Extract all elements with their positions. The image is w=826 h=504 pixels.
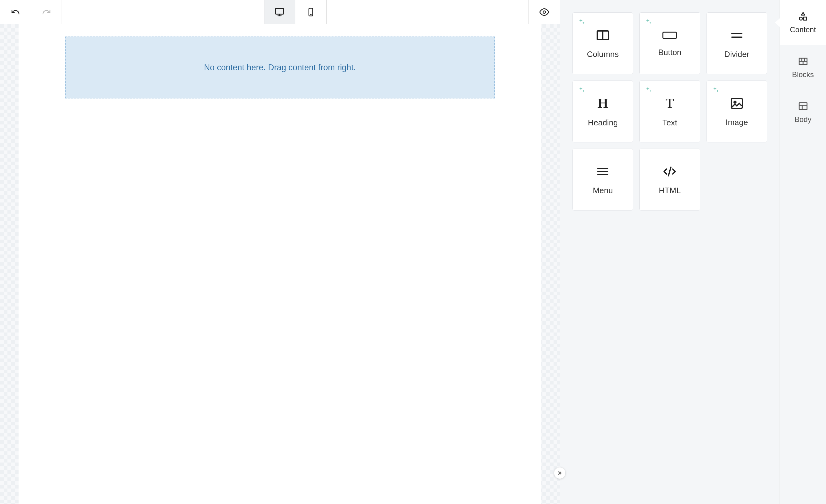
block-label: Heading [588, 118, 618, 128]
redo-icon [42, 7, 51, 17]
block-label: HTML [659, 186, 681, 195]
svg-rect-8 [663, 32, 676, 39]
desktop-icon [275, 7, 285, 17]
main-area: No content here. Drag content from right… [0, 0, 560, 504]
canvas-page: No content here. Drag content from right… [18, 24, 541, 504]
image-icon [729, 96, 744, 111]
app-root: No content here. Drag content from right… [0, 0, 826, 504]
block-html[interactable]: HTML [639, 148, 700, 210]
history-group [0, 0, 62, 24]
blocks-panel: Columns Button Divider H Heading [560, 0, 779, 504]
block-image[interactable]: Image [707, 80, 767, 142]
sparkle-icon [578, 86, 585, 93]
block-text[interactable]: T Text [639, 80, 700, 142]
block-heading[interactable]: H Heading [573, 80, 633, 142]
chevron-double-right-icon [557, 470, 563, 476]
sparkle-icon [578, 18, 585, 25]
undo-icon [11, 7, 20, 17]
tab-body[interactable]: Body [780, 90, 826, 135]
toolbar-spacer-left [62, 0, 264, 24]
sparkle-icon [645, 86, 652, 93]
block-label: Button [658, 48, 682, 57]
toolbar-spacer-right [327, 0, 529, 24]
button-icon [662, 30, 678, 41]
preview-button[interactable] [529, 0, 560, 24]
svg-point-5 [543, 11, 545, 13]
mobile-icon [306, 7, 315, 17]
preview-group [528, 0, 560, 24]
code-icon [662, 164, 677, 179]
empty-drop-area[interactable]: No content here. Drag content from right… [65, 37, 495, 99]
tab-label: Body [794, 115, 812, 124]
undo-button[interactable] [0, 0, 31, 24]
mobile-view-button[interactable] [295, 0, 326, 24]
svg-rect-24 [799, 103, 807, 110]
desktop-view-button[interactable] [264, 0, 295, 24]
menu-icon [595, 164, 610, 179]
svg-line-16 [668, 167, 671, 176]
redo-button[interactable] [31, 0, 62, 24]
layout-icon [798, 101, 808, 112]
divider-icon [729, 28, 744, 43]
svg-rect-18 [804, 17, 807, 20]
block-divider[interactable]: Divider [707, 12, 767, 74]
block-label: Menu [593, 186, 613, 195]
top-toolbar [0, 0, 560, 24]
block-label: Columns [587, 50, 619, 59]
block-label: Image [726, 118, 748, 127]
wall-icon [798, 56, 808, 67]
tab-label: Content [790, 25, 816, 34]
tab-content[interactable]: Content [780, 0, 826, 45]
side-tabs: Content Blocks Body [779, 0, 826, 504]
block-label: Text [662, 118, 677, 128]
sparkle-icon [712, 86, 719, 93]
blocks-grid: Columns Button Divider H Heading [573, 12, 767, 210]
sparkle-icon [645, 18, 652, 25]
heading-icon: H [597, 96, 608, 111]
block-columns[interactable]: Columns [573, 12, 633, 74]
svg-rect-0 [276, 8, 284, 14]
block-menu[interactable]: Menu [573, 148, 633, 210]
collapse-panel-button[interactable] [554, 467, 565, 479]
tab-label: Blocks [792, 70, 814, 79]
svg-point-12 [734, 101, 736, 103]
viewport-group [264, 0, 327, 24]
text-icon: T [666, 96, 674, 111]
block-button[interactable]: Button [639, 12, 700, 74]
eye-icon [539, 7, 549, 17]
block-label: Divider [724, 50, 749, 59]
columns-icon [595, 28, 610, 43]
svg-point-17 [799, 17, 802, 20]
shapes-icon [798, 11, 808, 22]
tab-blocks[interactable]: Blocks [780, 45, 826, 90]
empty-message: No content here. Drag content from right… [204, 63, 356, 72]
